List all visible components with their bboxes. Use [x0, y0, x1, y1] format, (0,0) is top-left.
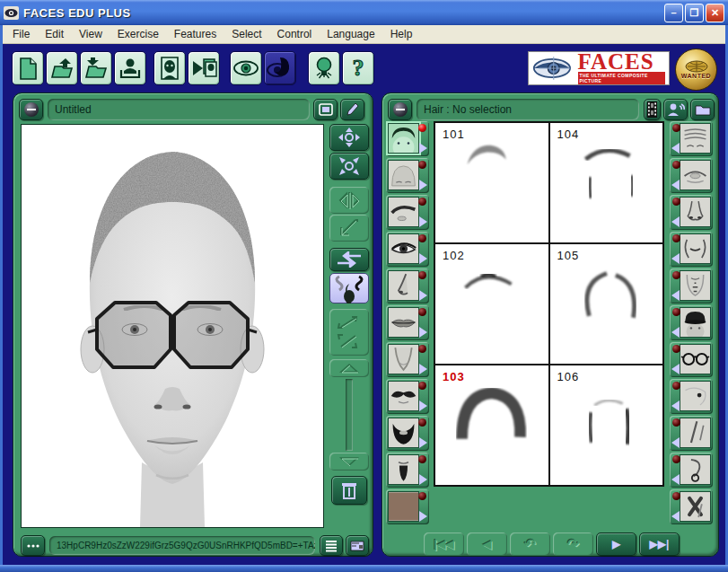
- overlay-headwear-button[interactable]: [670, 305, 713, 340]
- collapse-selector-button[interactable]: [388, 99, 412, 120]
- tips-button[interactable]: [308, 51, 340, 85]
- menu-help[interactable]: Help: [385, 26, 418, 42]
- expand-arrow-icon[interactable]: [419, 474, 427, 485]
- expand-arrow-icon[interactable]: [671, 253, 680, 264]
- grid-cell[interactable]: 105: [550, 244, 663, 364]
- grid-cell[interactable]: 106: [550, 365, 663, 485]
- overlay-nose-front-button[interactable]: [670, 195, 713, 230]
- category-eyes-button[interactable]: [386, 232, 429, 267]
- face-document-button[interactable]: [153, 51, 186, 85]
- maximize-button[interactable]: ❐: [685, 4, 704, 22]
- send-code-button[interactable]: [346, 535, 369, 556]
- expand-arrow-icon[interactable]: [671, 290, 680, 301]
- category-skin-tone-button[interactable]: [386, 489, 429, 524]
- code-options-button[interactable]: [21, 535, 45, 556]
- expand-arrow-icon[interactable]: [419, 290, 427, 301]
- expand-arrow-icon[interactable]: [419, 216, 427, 227]
- composite-title: Untitled: [48, 99, 310, 120]
- mustache-thumbnail: [388, 381, 419, 411]
- expand-arrow-icon[interactable]: [419, 511, 427, 522]
- resize-tool-button[interactable]: [329, 153, 369, 180]
- display-mode-button[interactable]: [313, 99, 338, 120]
- expand-arrow-icon[interactable]: [671, 364, 680, 374]
- expand-arrow-icon[interactable]: [419, 437, 427, 448]
- eye-face-icon: [267, 56, 294, 81]
- overlay-mouth-lines-button[interactable]: [670, 232, 713, 267]
- save-file-button[interactable]: [80, 51, 112, 85]
- nav-last-button[interactable]: ▶▶|: [639, 532, 680, 556]
- overlay-piercings-button[interactable]: [670, 453, 713, 488]
- feature-slider[interactable]: [329, 379, 369, 451]
- delete-feature-button[interactable]: [331, 476, 367, 505]
- grid-cell[interactable]: 102: [435, 244, 548, 364]
- compare-view-button[interactable]: [264, 51, 296, 85]
- grid-cell[interactable]: 104: [550, 123, 663, 242]
- help-button[interactable]: ?: [342, 51, 374, 85]
- open-library-button[interactable]: [690, 99, 715, 120]
- witness-mode-button[interactable]: [663, 99, 688, 120]
- open-file-button[interactable]: [46, 51, 78, 85]
- menu-exercise[interactable]: Exercise: [112, 26, 164, 42]
- slider-up-button[interactable]: [329, 359, 369, 377]
- menu-language[interactable]: Language: [321, 26, 380, 42]
- menu-select[interactable]: Select: [226, 26, 267, 42]
- close-button[interactable]: ✕: [706, 4, 724, 22]
- filmstrip-view-button[interactable]: [644, 99, 661, 120]
- category-nose-button[interactable]: [386, 268, 429, 304]
- annotate-button[interactable]: [340, 99, 364, 120]
- category-eyebrows-button[interactable]: [386, 195, 429, 230]
- face-id-code-field[interactable]: 13HpCR9Hz0sZzW229ifGrz5G9QzG0USnRHKPfQD5…: [49, 536, 315, 555]
- export-portrait-button[interactable]: [114, 51, 146, 85]
- category-goatee-button[interactable]: [386, 453, 429, 488]
- overlay-chin-stubble-button[interactable]: [670, 268, 713, 304]
- overlay-moles-button[interactable]: [670, 379, 713, 414]
- lips-thumbnail: [388, 307, 419, 338]
- slideshow-button[interactable]: [188, 51, 220, 85]
- overlay-forehead-lines-button[interactable]: [670, 121, 713, 156]
- expand-arrow-icon[interactable]: [671, 437, 680, 448]
- new-composite-button[interactable]: [12, 51, 44, 85]
- expand-arrow-icon[interactable]: [671, 474, 680, 485]
- face-file-icon: [158, 56, 181, 81]
- overlay-marks-button[interactable]: [670, 489, 713, 524]
- led-indicator: [672, 382, 680, 390]
- category-lips-button[interactable]: [386, 305, 429, 340]
- expand-arrow-icon[interactable]: [671, 180, 680, 190]
- expand-arrow-icon[interactable]: [671, 511, 680, 522]
- slider-down-button[interactable]: [329, 453, 369, 471]
- overlay-eyeglasses-button[interactable]: [670, 342, 713, 377]
- expand-arrow-icon[interactable]: [419, 253, 427, 264]
- move-tool-button[interactable]: [329, 124, 369, 151]
- swap-feature-button[interactable]: [329, 248, 369, 271]
- expand-arrow-icon[interactable]: [419, 400, 427, 411]
- grid-cell[interactable]: 101: [435, 123, 548, 242]
- category-beard-button[interactable]: [386, 416, 429, 451]
- expand-arrow-icon[interactable]: [671, 400, 680, 411]
- expand-arrow-icon[interactable]: [671, 216, 680, 227]
- category-mustache-button[interactable]: [386, 379, 429, 414]
- menu-features[interactable]: Features: [169, 26, 222, 42]
- blend-tool-button[interactable]: [329, 273, 369, 304]
- composite-canvas[interactable]: [21, 124, 324, 528]
- expand-arrow-icon[interactable]: [671, 327, 680, 338]
- show-composite-button[interactable]: [230, 51, 262, 85]
- expand-arrow-icon[interactable]: [419, 327, 427, 338]
- grid-cell[interactable]: 103: [435, 365, 548, 485]
- menu-view[interactable]: View: [74, 26, 108, 42]
- menu-file[interactable]: File: [7, 26, 35, 42]
- menu-control[interactable]: Control: [272, 26, 318, 42]
- menu-edit[interactable]: Edit: [39, 26, 69, 42]
- overlay-eyelids-button[interactable]: [670, 158, 713, 193]
- expand-arrow-icon[interactable]: [671, 143, 680, 154]
- category-forehead-button[interactable]: [386, 158, 429, 193]
- expand-arrow-icon[interactable]: [419, 364, 427, 374]
- code-list-button[interactable]: [320, 535, 343, 556]
- expand-arrow-icon[interactable]: [419, 180, 427, 190]
- minimize-button[interactable]: –: [664, 4, 683, 22]
- expand-arrow-icon[interactable]: [419, 143, 427, 154]
- overlay-scars-button[interactable]: [670, 416, 713, 451]
- collapse-composite-button[interactable]: [19, 99, 43, 120]
- category-hair-button[interactable]: [386, 121, 429, 156]
- category-chin-button[interactable]: [386, 342, 429, 377]
- nav-next-button[interactable]: ▶: [596, 532, 636, 556]
